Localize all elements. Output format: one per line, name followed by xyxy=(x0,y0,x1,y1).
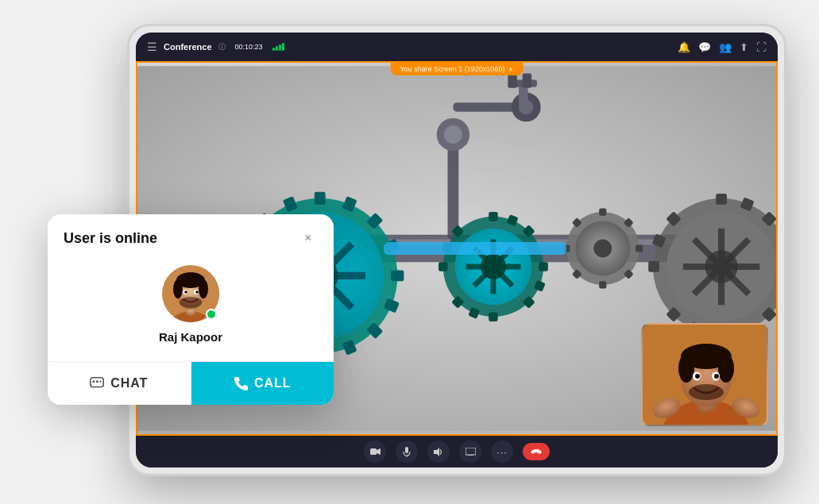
info-icon: ⓘ xyxy=(218,42,226,52)
online-status-dot xyxy=(206,309,217,320)
call-timer: 00:10:23 xyxy=(235,43,263,51)
signal-bar-3 xyxy=(279,44,281,51)
svg-rect-107 xyxy=(466,448,476,455)
user-name: Raj Kapoor xyxy=(159,330,222,344)
svg-point-6 xyxy=(444,125,462,144)
signal-bars xyxy=(272,43,284,51)
speaker-person-svg xyxy=(643,325,768,426)
avatar-wrapper xyxy=(162,265,219,322)
call-label: CALL xyxy=(254,376,292,391)
svg-point-117 xyxy=(199,279,208,298)
svg-rect-42 xyxy=(438,262,447,271)
camera-btn[interactable] xyxy=(364,441,386,463)
svg-point-99 xyxy=(689,384,724,400)
svg-point-121 xyxy=(195,290,199,294)
popup-header: User is online × xyxy=(48,214,334,257)
svg-marker-103 xyxy=(377,448,381,455)
svg-rect-102 xyxy=(370,448,377,455)
speaker-thumbnail xyxy=(641,323,768,426)
svg-rect-40 xyxy=(489,212,497,221)
svg-point-97 xyxy=(695,374,700,379)
chat-label: CHAT xyxy=(110,376,148,391)
svg-rect-43 xyxy=(539,262,547,271)
menu-icon[interactable]: ☰ xyxy=(147,40,157,53)
svg-rect-12 xyxy=(508,73,516,87)
scene-wrapper: ☰ Conference ⓘ 00:10:23 🔔 💬 👥 ⬆ xyxy=(0,0,819,504)
end-call-btn[interactable] xyxy=(523,443,550,460)
chevron-up-icon: ∧ xyxy=(508,66,513,73)
svg-rect-104 xyxy=(405,447,408,453)
header-left: ☰ Conference ⓘ 00:10:23 xyxy=(147,40,284,53)
svg-rect-86 xyxy=(384,242,566,255)
svg-rect-3 xyxy=(448,139,459,239)
more-btn[interactable]: ··· xyxy=(491,441,513,463)
screen-share-text: You share Screen 1 (1920x1080) xyxy=(400,65,505,73)
popup-user-section: Raj Kapoor xyxy=(48,257,334,361)
notification-icon[interactable]: 🔔 xyxy=(678,41,690,53)
svg-rect-70 xyxy=(716,194,727,205)
svg-point-122 xyxy=(180,297,202,308)
chat-header-icon[interactable]: 💬 xyxy=(698,41,711,53)
header-right: 🔔 💬 👥 ⬆ ⛶ xyxy=(678,41,767,53)
screen-share-banner: You share Screen 1 (1920x1080) ∧ xyxy=(391,63,523,75)
svg-rect-126 xyxy=(100,380,102,383)
participants-icon[interactable]: 👥 xyxy=(719,41,732,53)
app-header: ☰ Conference ⓘ 00:10:23 🔔 💬 👥 ⬆ xyxy=(136,33,778,61)
svg-rect-59 xyxy=(599,208,606,215)
svg-rect-60 xyxy=(599,281,606,288)
svg-rect-124 xyxy=(93,380,95,383)
svg-rect-10 xyxy=(519,84,527,111)
svg-point-94 xyxy=(718,354,734,383)
popup-actions: CHAT CALL xyxy=(48,361,334,405)
svg-rect-17 xyxy=(315,192,326,205)
fullscreen-icon[interactable]: ⛶ xyxy=(756,41,767,53)
svg-marker-106 xyxy=(434,448,439,456)
svg-point-58 xyxy=(593,240,612,258)
chat-icon xyxy=(90,376,104,391)
call-button[interactable]: CALL xyxy=(191,362,334,405)
svg-point-93 xyxy=(678,354,694,383)
phone-icon xyxy=(234,376,248,391)
svg-rect-41 xyxy=(489,312,497,321)
bottom-toolbar: ··· xyxy=(136,436,778,467)
svg-point-120 xyxy=(184,290,187,294)
svg-rect-20 xyxy=(391,271,404,282)
popup-title: User is online xyxy=(64,230,157,247)
signal-bar-1 xyxy=(272,48,275,51)
svg-rect-72 xyxy=(648,261,659,272)
svg-point-116 xyxy=(173,279,183,298)
user-online-popup: User is online × xyxy=(48,214,334,405)
svg-rect-125 xyxy=(96,380,99,383)
conference-title: Conference xyxy=(164,42,212,52)
mic-btn[interactable] xyxy=(396,441,418,463)
screen-btn[interactable] xyxy=(459,441,481,463)
speaker-btn[interactable] xyxy=(427,441,450,463)
chat-button[interactable]: CHAT xyxy=(48,362,191,405)
signal-bar-2 xyxy=(276,46,278,51)
svg-rect-62 xyxy=(635,244,643,252)
close-button[interactable]: × xyxy=(299,229,318,248)
share-icon[interactable]: ⬆ xyxy=(740,41,748,53)
svg-point-98 xyxy=(714,374,719,379)
signal-bar-4 xyxy=(282,43,284,51)
svg-rect-13 xyxy=(523,73,531,87)
